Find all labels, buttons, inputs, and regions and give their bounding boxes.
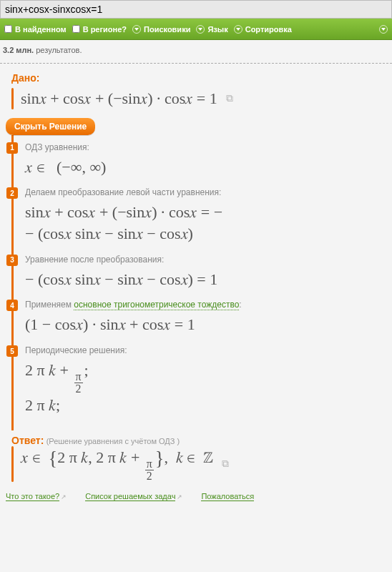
given-label: Дано:: [11, 72, 385, 84]
solution-step: 3Уравнение после преобразования:− (cos𝑥 …: [14, 252, 385, 297]
step-number-badge: 1: [6, 142, 18, 154]
given-expression: sin𝑥 + cos𝑥 + (−sin𝑥) · cos𝑥 = 1: [21, 88, 217, 109]
solution-step: 1ОДЗ уравнения:𝑥 ∈ (−∞, ∞): [14, 139, 385, 185]
filter-sort[interactable]: Сортировка: [234, 25, 292, 34]
step-label: Периодические решения:: [25, 345, 385, 355]
results-count: 3.2 млн. результатов.: [0, 40, 392, 60]
filter-region-label: В регионе?: [83, 25, 127, 34]
solution-step: 4Применяем основное тригонометрическое т…: [14, 297, 385, 342]
filter-engines-label: Поисковики: [144, 25, 190, 34]
filter-region[interactable]: В регионе?: [72, 25, 127, 34]
answer-label: Ответ:: [11, 435, 44, 446]
copy-icon[interactable]: ⧉: [222, 458, 229, 470]
identity-link[interactable]: основное тригонометрическое тождество: [74, 300, 239, 310]
step-number-badge: 4: [6, 300, 18, 311]
answer-expression: 𝑥 ∈ {2 π 𝑘, 2 π 𝑘 + π2}, 𝑘 ∈ ℤ: [21, 446, 213, 482]
step-label: Применяем основное тригонометрическое то…: [25, 300, 385, 310]
solution-step: 2Делаем преобразование левой части уравн…: [14, 184, 385, 251]
step-number-badge: 3: [6, 255, 18, 266]
filter-found[interactable]: В найденном: [4, 25, 67, 34]
results-count-suffix: результатов.: [36, 46, 82, 54]
search-input[interactable]: [0, 0, 392, 19]
answer-row: Ответ: (Решение уравнения с учётом ОДЗ ): [11, 435, 385, 446]
step-math: sin𝑥 + cos𝑥 + (−sin𝑥) · cos𝑥 = −− (cos𝑥 …: [25, 202, 385, 244]
filter-more[interactable]: [379, 25, 388, 34]
steps-list: 1ОДЗ уравнения:𝑥 ∈ (−∞, ∞)2Делаем преобр…: [11, 135, 385, 430]
external-icon: ↗: [177, 493, 182, 500]
filter-lang[interactable]: Язык: [196, 25, 227, 34]
solution-content: Дано: sin𝑥 + cos𝑥 + (−sin𝑥) · cos𝑥 = 1 ⧉…: [0, 72, 392, 501]
chevron-down-icon: [132, 25, 141, 34]
step-label: Уравнение после преобразования:: [25, 255, 385, 265]
footer-tasks-link[interactable]: Список решаемых задач: [85, 492, 175, 501]
external-icon: ↗: [61, 493, 67, 500]
step-number-badge: 2: [6, 187, 18, 199]
step-math: 𝑥 ∈ (−∞, ∞): [25, 157, 385, 178]
solution-step: 5Периодические решения:2 π 𝑘 + π2;2 π 𝑘;: [14, 342, 385, 423]
filter-found-label: В найденном: [15, 25, 67, 34]
step-math: 2 π 𝑘 + π2;2 π 𝑘;: [25, 360, 385, 416]
footer-links: Что это такое?↗ Список решаемых задач↗ П…: [3, 492, 385, 501]
filter-bar: В найденном В регионе? Поисковики Язык С…: [0, 19, 392, 40]
footer-complain-link[interactable]: Пожаловаться: [201, 492, 254, 501]
divider: [0, 63, 392, 64]
step-math: − (cos𝑥 sin𝑥 − sin𝑥 − cos𝑥) = 1: [25, 269, 385, 290]
step-label: ОДЗ уравнения:: [25, 142, 385, 152]
filter-lang-label: Язык: [207, 25, 227, 34]
chevron-down-icon: [379, 25, 388, 34]
hide-solution-button[interactable]: Скрыть Решение: [6, 118, 95, 135]
accent-bar: [11, 88, 14, 109]
filter-region-checkbox[interactable]: [72, 25, 80, 33]
given-row: sin𝑥 + cos𝑥 + (−sin𝑥) · cos𝑥 = 1 ⧉: [11, 88, 385, 109]
filter-found-checkbox[interactable]: [4, 25, 12, 33]
answer-note: (Решение уравнения с учётом ОДЗ ): [46, 437, 180, 445]
filter-engines[interactable]: Поисковики: [132, 25, 190, 34]
filter-sort-label: Сортировка: [245, 25, 292, 34]
copy-icon[interactable]: ⧉: [226, 92, 233, 104]
results-count-num: 3.2 млн.: [3, 46, 34, 54]
step-math: (1 − cos𝑥) · sin𝑥 + cos𝑥 = 1: [25, 314, 385, 335]
chevron-down-icon: [234, 25, 242, 34]
footer-what-link[interactable]: Что это такое?: [6, 492, 59, 501]
step-number-badge: 5: [6, 345, 18, 357]
step-label: Делаем преобразование левой части уравне…: [25, 187, 385, 197]
chevron-down-icon: [196, 25, 205, 34]
answer-expression-row: 𝑥 ∈ {2 π 𝑘, 2 π 𝑘 + π2}, 𝑘 ∈ ℤ ⧉: [11, 446, 385, 482]
accent-bar: [11, 446, 14, 482]
